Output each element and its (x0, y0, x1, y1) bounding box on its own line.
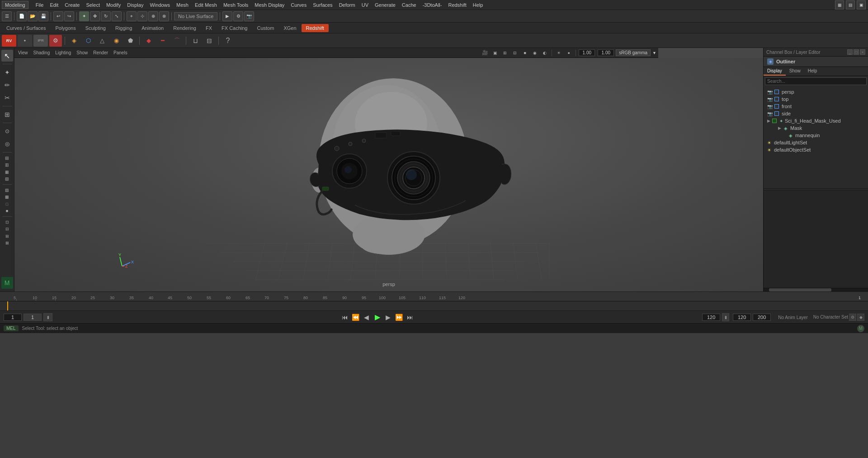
tab-sculpting[interactable]: Sculpting (81, 24, 110, 32)
lt-mini1[interactable]: ▤ (1, 155, 13, 161)
menu-item-edit[interactable]: Edit (47, 1, 61, 9)
pb-step-fwd[interactable]: ▶ (384, 313, 393, 322)
tree-item-lightset[interactable]: ☀ defaultLightSet (764, 139, 868, 146)
tb-redo[interactable]: ↪ (64, 11, 74, 21)
lt-mini10[interactable]: ⊟ (1, 226, 13, 232)
lt-snap[interactable]: ◎ (1, 138, 13, 150)
ol-tab-help[interactable]: Help (804, 67, 821, 76)
pb-end-120[interactable]: 120 (702, 314, 720, 321)
layout-icon3[interactable]: ▣ (857, 0, 866, 10)
menu-item-surfaces[interactable]: Surfaces (310, 1, 335, 9)
menu-item-3dtoa[interactable]: -3DtoAll- (420, 1, 445, 9)
menu-item-edit-mesh[interactable]: Edit Mesh (192, 1, 220, 9)
lt-mini2[interactable]: ▥ (1, 162, 13, 168)
pb-prev-key[interactable]: ⏪ (351, 313, 360, 322)
timeline-ruler[interactable]: 5 10 15 20 25 30 35 40 45 50 55 60 65 70… (0, 292, 868, 301)
mel-label[interactable]: MEL (4, 325, 19, 331)
vt-icon-material[interactable]: ◐ (541, 49, 549, 57)
layout-icon1[interactable]: ▦ (835, 0, 844, 10)
outliner-maximize[interactable]: □ (854, 49, 859, 55)
tab-custom[interactable]: Custom (253, 24, 279, 32)
vt-icon-light2[interactable]: ● (565, 49, 573, 57)
no-live-surface-btn[interactable]: No Live Surface (174, 12, 217, 20)
tab-polygons[interactable]: Polygons (51, 24, 80, 32)
char-set-icon[interactable]: ⚙ (849, 314, 856, 321)
menu-item-deform[interactable]: Deform (336, 1, 358, 9)
tree-item-persp[interactable]: 📷 persp (764, 88, 868, 95)
menu-item-curves[interactable]: Curves (288, 1, 309, 9)
vt-shading[interactable]: Shading (32, 50, 52, 56)
shelf-help[interactable]: ? (222, 35, 234, 47)
menu-item-redshift[interactable]: Redshift (445, 1, 469, 9)
vt-icon-smooth[interactable]: ◉ (531, 49, 539, 57)
shelf-red3[interactable]: ⌒ (170, 35, 183, 47)
tab-fx-caching[interactable]: FX Caching (217, 24, 252, 32)
lt-mini3[interactable]: ▦ (1, 169, 13, 175)
tb-scale[interactable]: ⤡ (112, 11, 122, 21)
tab-fx[interactable]: FX (201, 24, 217, 32)
shelf-ipr1[interactable]: ● (18, 35, 32, 47)
outliner-minimize[interactable]: _ (847, 49, 853, 55)
tb-open[interactable]: 📂 (28, 11, 38, 21)
pb-frame-num[interactable]: 1 (24, 314, 42, 321)
lt-mini9[interactable]: ⊡ (1, 219, 13, 225)
lt-mini7[interactable]: □ (1, 201, 13, 207)
tab-rigging[interactable]: Rigging (111, 24, 137, 32)
tb-render1[interactable]: ▶ (222, 11, 232, 21)
shelf-render-settings[interactable]: ⚙ (49, 35, 62, 47)
tb-render2[interactable]: ⚙ (233, 11, 243, 21)
vt-icon-solid[interactable]: ■ (521, 49, 529, 57)
menu-item-generate[interactable]: Generate (372, 1, 398, 9)
vt-panels[interactable]: Panels (112, 50, 129, 56)
tab-redshift[interactable]: Redshift (302, 24, 329, 32)
pb-step-back[interactable]: ◀ (362, 313, 371, 322)
menu-item-modify[interactable]: Modify (104, 1, 123, 9)
char-set-key[interactable]: ◆ (857, 314, 864, 321)
tb-rotate[interactable]: ↻ (101, 11, 111, 21)
menu-item-mesh-display[interactable]: Mesh Display (252, 1, 287, 9)
tree-item-front[interactable]: 📷 front (764, 103, 868, 110)
vt-icon-light1[interactable]: ☀ (555, 49, 563, 57)
tb-snap4[interactable]: ⊗ (159, 11, 169, 21)
outliner-search-input[interactable] (765, 77, 867, 85)
tab-rendering[interactable]: Rendering (169, 24, 201, 32)
outliner-close[interactable]: × (860, 49, 865, 55)
tb-icon-menu[interactable]: ☰ (2, 11, 12, 21)
vt-gamma-val[interactable]: 1.00 (579, 49, 595, 56)
ol-tab-display[interactable]: Display (764, 67, 786, 76)
menu-item-cache[interactable]: Cache (399, 1, 419, 9)
vt-show[interactable]: Show (75, 50, 90, 56)
layout-icon2[interactable]: ▤ (846, 0, 855, 10)
outliner-hscrollbar[interactable] (764, 288, 868, 291)
shelf-box5[interactable]: ⬟ (124, 35, 137, 47)
lt-move2[interactable]: ⊞ (1, 109, 13, 120)
tb-snap2[interactable]: ⊹ (137, 11, 147, 21)
pb-play[interactable]: ▶ (373, 313, 382, 322)
vt-color-space[interactable]: sRGB gamma (616, 49, 651, 56)
vt-icon-camera[interactable]: 🎥 (481, 49, 489, 57)
menu-item-help[interactable]: Help (470, 1, 486, 9)
lt-paint[interactable]: ✏ (1, 79, 13, 91)
menu-item-create[interactable]: Create (62, 1, 82, 9)
vt-gamma2[interactable]: 1.00 (598, 49, 614, 56)
lt-mini6[interactable]: ▩ (1, 194, 13, 200)
lt-pivot[interactable]: ⊙ (1, 125, 13, 137)
shelf-red1[interactable]: ◆ (142, 35, 155, 47)
menu-item-windows[interactable]: Windows (147, 1, 173, 9)
shelf-ipr2[interactable]: IPR (33, 35, 48, 47)
tb-select[interactable]: ✦ (79, 11, 89, 21)
pb-start-frame[interactable]: 1 (4, 314, 22, 321)
menu-item-mesh-tools[interactable]: Mesh Tools (221, 1, 251, 9)
tree-item-top[interactable]: 📷 top (764, 95, 868, 103)
vt-icon-grid[interactable]: ⊞ (501, 49, 509, 57)
vt-lighting[interactable]: Lighting (53, 50, 73, 56)
shelf-disk[interactable]: ⊟ (203, 35, 216, 47)
menu-item-mesh[interactable]: Mesh (174, 1, 191, 9)
tb-new[interactable]: 📄 (17, 11, 27, 21)
vt-icon-wire[interactable]: ⊟ (511, 49, 519, 57)
shelf-cup[interactable]: ⊔ (189, 35, 202, 47)
pb-total[interactable]: 200 (753, 314, 771, 321)
tree-item-objectset[interactable]: ☀ defaultObjectSet (764, 146, 868, 153)
shelf-red2[interactable]: ━ (156, 35, 169, 47)
tb-save[interactable]: 💾 (38, 11, 48, 21)
